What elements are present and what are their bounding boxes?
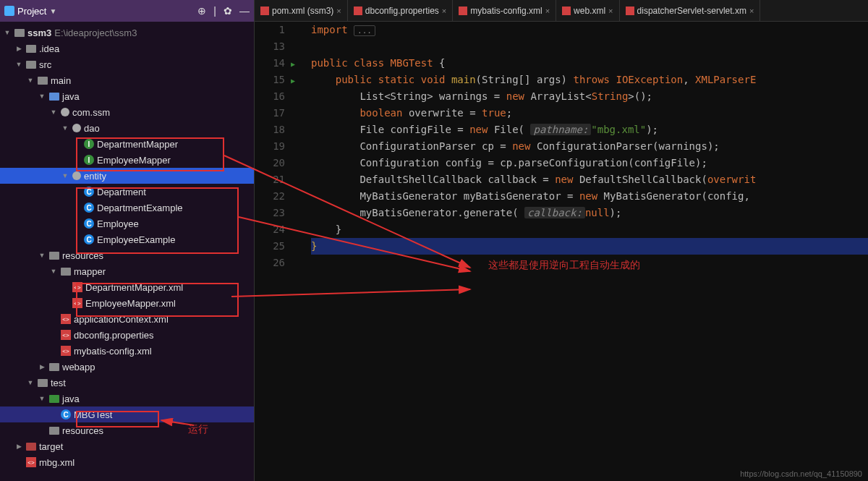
tree-item[interactable]: CDepartmentExample (0, 200, 254, 216)
tree-arrow-icon[interactable] (38, 93, 46, 100)
settings-icon[interactable]: ✿ (224, 5, 232, 17)
code-line[interactable]: boolean overwrite = true; (311, 105, 868, 122)
code-line[interactable]: MyBatisGenerator myBatisGenerator = new … (311, 188, 868, 205)
tree-arrow-icon[interactable] (14, 443, 23, 450)
project-icon (4, 6, 14, 16)
tree-item[interactable]: IDepartmentMapper (0, 136, 254, 152)
xml-file-icon: <> (26, 457, 36, 467)
code-line[interactable]: public class MBGTest { (311, 55, 868, 72)
interface-icon: I (84, 139, 94, 149)
code-line[interactable] (311, 38, 868, 55)
folder-icon (26, 61, 36, 69)
editor-tab[interactable]: web.xml× (556, 0, 619, 21)
code-line[interactable] (311, 255, 868, 271)
code-content[interactable]: import ...public class MBGTest { public … (305, 22, 868, 481)
tree-item[interactable]: <>dbconfig.properties (0, 327, 254, 343)
editor-tab[interactable]: mybatis-config.xml× (453, 0, 556, 21)
editor-area: pom.xml (ssm3)×dbconfig.properties×mybat… (255, 0, 868, 481)
file-icon (562, 7, 571, 15)
code-line[interactable]: myBatisGenerator.generate( callback:null… (311, 205, 868, 221)
minimize-icon[interactable]: — (239, 5, 250, 17)
line-number: 23 (255, 205, 285, 221)
tree-arrow-icon[interactable] (38, 252, 46, 259)
code-editor[interactable]: 11314151617181920212223242526 ▶▶ import … (255, 22, 868, 481)
tree-item[interactable]: dao (0, 120, 254, 136)
tree-label: test (51, 378, 66, 388)
tree-arrow-icon[interactable] (38, 395, 46, 402)
tree-item[interactable]: java (0, 88, 254, 104)
tree-arrow-icon[interactable] (49, 108, 58, 116)
tree-item[interactable]: entity (0, 168, 254, 184)
tree-item[interactable]: target (0, 438, 254, 454)
editor-tab[interactable]: dispatcherServlet-servlet.xm× (620, 0, 761, 21)
close-icon[interactable]: × (336, 7, 341, 15)
code-line[interactable]: public static void main(String[] args) t… (311, 72, 868, 88)
tree-item[interactable]: CMBGTest (0, 406, 254, 422)
tree-arrow-icon[interactable] (61, 172, 69, 179)
tree-label: java (62, 393, 80, 404)
code-line[interactable]: List<String> warnings = new ArrayList<St… (311, 88, 868, 105)
line-number: 20 (255, 155, 285, 171)
code-line[interactable]: File configFile = new File( pathname:"mb… (311, 122, 868, 138)
tree-item[interactable]: IEmployeeMapper (0, 152, 254, 168)
tree-item[interactable]: com.ssm (0, 104, 254, 120)
tree-item[interactable]: <>mybatis-config.xml (0, 343, 254, 359)
tree-label: EmployeeExample (97, 234, 175, 245)
code-line[interactable]: DefaultShellCallback callback = new Defa… (311, 171, 868, 188)
file-icon (459, 7, 467, 15)
tree-item[interactable]: mapper (0, 263, 254, 279)
tree-item[interactable]: <>DepartmentMapper.xml (0, 279, 254, 295)
dropdown-icon[interactable]: ▼ (49, 7, 56, 15)
folder-icon (38, 379, 48, 387)
tree-item[interactable]: .idea (0, 41, 254, 56)
close-icon[interactable]: × (749, 7, 754, 15)
line-number: 1 (255, 22, 285, 38)
project-tree[interactable]: ssm3 E:\ideaproject\ssm3 .ideasrcmainjav… (0, 22, 254, 481)
tree-arrow-icon[interactable] (49, 268, 58, 275)
run-icon[interactable]: ▶ (291, 60, 295, 68)
tree-item[interactable]: java (0, 391, 254, 406)
tree-item[interactable]: <>EmployeeMapper.xml (0, 295, 254, 311)
code-line[interactable]: Configuration config = cp.parseConfigura… (311, 155, 868, 171)
close-icon[interactable]: × (608, 7, 613, 15)
close-icon[interactable]: × (545, 7, 550, 15)
tree-label: DepartmentMapper.xml (85, 282, 183, 293)
tree-arrow-icon[interactable] (26, 77, 35, 84)
tree-label: src (39, 59, 51, 70)
tree-item[interactable]: <>mbg.xml (0, 454, 254, 470)
class-icon: C (84, 187, 94, 197)
tree-item[interactable]: webapp (0, 359, 254, 375)
target-icon[interactable]: ⊕ (197, 5, 206, 17)
tree-item[interactable]: resources (0, 422, 254, 438)
xml-file-icon: <> (61, 346, 71, 356)
code-line[interactable]: ConfigurationParser cp = new Configurati… (311, 138, 868, 155)
code-line[interactable]: } (311, 221, 868, 238)
tree-item[interactable]: CEmployee (0, 216, 254, 231)
run-icon[interactable]: ▶ (291, 77, 295, 85)
tree-item[interactable]: <>applicationContext.xml (0, 311, 254, 327)
expand-icon[interactable] (3, 29, 12, 36)
tree-arrow-icon[interactable] (14, 61, 23, 68)
tree-item[interactable]: CDepartment (0, 184, 254, 200)
tree-arrow-icon[interactable] (61, 124, 69, 132)
tree-item[interactable]: resources (0, 247, 254, 263)
tree-item[interactable]: src (0, 56, 254, 72)
editor-tab[interactable]: pom.xml (ssm3)× (255, 0, 348, 21)
package-icon (72, 171, 81, 180)
tree-label: java (62, 91, 80, 102)
line-number: 25 (255, 238, 285, 255)
tree-arrow-icon[interactable] (38, 363, 46, 370)
code-line[interactable]: } (311, 238, 868, 255)
tree-arrow-icon[interactable] (26, 379, 35, 386)
line-number: 16 (255, 88, 285, 105)
code-line[interactable]: import ... (311, 22, 868, 38)
editor-tab[interactable]: dbconfig.properties× (348, 0, 454, 21)
tree-label: dbconfig.properties (74, 330, 154, 341)
close-icon[interactable]: × (442, 7, 446, 15)
tree-arrow-icon[interactable] (14, 45, 23, 52)
class-icon: C (84, 203, 94, 213)
tree-item[interactable]: CEmployeeExample (0, 231, 254, 247)
tree-item[interactable]: main (0, 72, 254, 88)
tree-root[interactable]: ssm3 E:\ideaproject\ssm3 (0, 25, 254, 41)
tree-item[interactable]: test (0, 375, 254, 391)
